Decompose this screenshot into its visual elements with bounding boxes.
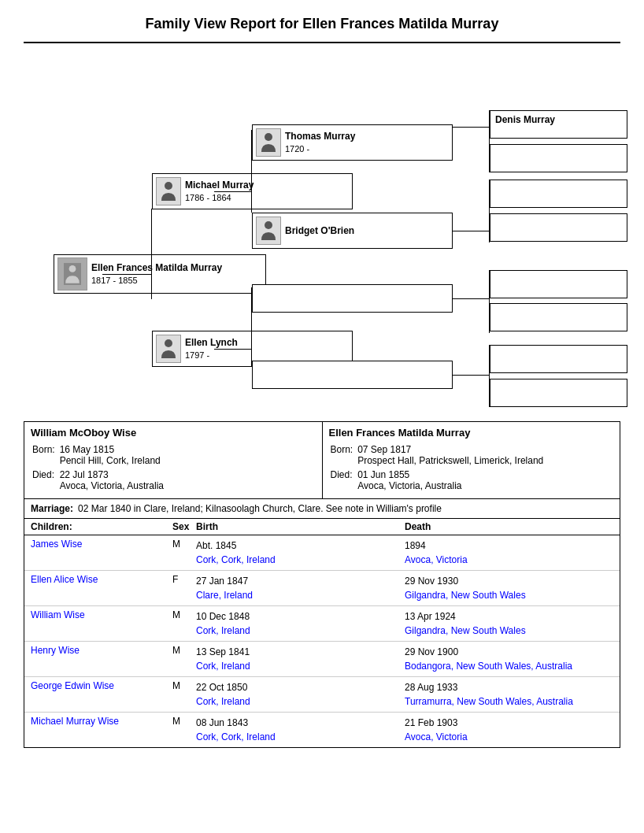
person2-born-label: Born: — [331, 443, 357, 467]
child-birth-5: 08 Jun 1843Cork, Cork, Ireland — [196, 716, 405, 744]
marriage-row: Marriage:02 Mar 1840 in Clare, Ireland; … — [24, 499, 620, 519]
child-death-1: 29 Nov 1930Gilgandra, New South Wales — [405, 574, 613, 602]
empty-box-2 — [490, 180, 627, 208]
person2-died-date: 01 Jun 1855 — [357, 469, 543, 480]
family-tree: Denis Murray Thomas Murray 1720 - Michae… — [24, 51, 620, 413]
empty-box-9 — [490, 379, 627, 407]
child-row-1: Ellen Alice Wise F 27 Jan 1847Clare, Ire… — [24, 571, 620, 606]
children-label: Children: — [31, 521, 172, 532]
person2-born-place: Prospect Hall, Patrickswell, Limerick, I… — [357, 455, 543, 466]
line-michael-v — [251, 130, 252, 213]
person2-died-row: Died: 01 Jun 1855 Avoca, Victoria, Austr… — [331, 468, 547, 492]
child-death-5: 21 Feb 1903Avoca, Victoria — [405, 716, 613, 744]
svg-point-2 — [265, 221, 272, 229]
line-thomas-right-h1 — [453, 127, 490, 128]
empty-box-5 — [490, 270, 627, 298]
line-bridget-right-h — [453, 231, 490, 231]
child-birth-4: 22 Oct 1850Cork, Ireland — [196, 680, 405, 709]
children-header: Children: Sex Birth Death — [24, 519, 620, 535]
line-ellenlynch-v — [251, 287, 252, 366]
child-death-4: 28 Aug 1933Turramurra, New South Wales, … — [405, 680, 613, 709]
line-bridget-right-v — [489, 180, 490, 242]
child-name-2[interactable]: William Wise — [31, 609, 172, 620]
child-name-5[interactable]: Michael Murray Wise — [31, 716, 172, 727]
birth-label: Birth — [196, 521, 405, 532]
child-birth-1: 27 Jan 1847Clare, Ireland — [196, 574, 405, 602]
empty-box-6 — [490, 303, 627, 331]
child-sex-4: M — [172, 680, 196, 691]
marriage-value: 02 Mar 1840 in Clare, Ireland; Kilnasool… — [78, 503, 442, 514]
bridget-avatar — [256, 217, 281, 245]
children-list: James Wise M Abt. 1845Cork, Cork, Irelan… — [24, 535, 620, 747]
marriage-label: Marriage: — [31, 503, 73, 514]
bridget-info: Bridget O'Brien — [285, 224, 354, 238]
person-box-denis[interactable]: Denis Murray — [490, 110, 627, 139]
line-thomas-right-v — [489, 110, 490, 172]
child-sex-1: F — [172, 574, 196, 585]
death-label: Death — [405, 521, 613, 532]
person1-died-row: Died: 22 Jul 1873 Avoca, Victoria, Austr… — [32, 468, 167, 492]
child-name-3[interactable]: Henry Wise — [31, 645, 172, 656]
person2-born-date: 07 Sep 1817 — [357, 444, 543, 455]
details-top: William McOboy Wise Born: 16 May 1815 Pe… — [24, 422, 620, 499]
line-ellenlynch-right-h — [453, 375, 490, 376]
person1-born-label: Born: — [32, 443, 58, 467]
empty-box-1 — [490, 144, 627, 172]
child-death-2: 13 Apr 1924Gilgandra, New South Wales — [405, 609, 613, 638]
details-person2: Ellen Frances Matilda Murray Born: 07 Se… — [323, 422, 620, 498]
details-section: William McOboy Wise Born: 16 May 1815 Pe… — [24, 421, 620, 748]
line-michael-h — [214, 191, 252, 192]
child-row-3: Henry Wise M 13 Sep 1841Cork, Ireland 29… — [24, 642, 620, 677]
child-sex-3: M — [172, 645, 196, 656]
child-sex-2: M — [172, 609, 196, 620]
person2-born-row: Born: 07 Sep 1817 Prospect Hall, Patrick… — [331, 443, 547, 467]
person-box-thomas[interactable]: Thomas Murray 1720 - — [252, 124, 453, 161]
child-row-5: Michael Murray Wise M 08 Jun 1843Cork, C… — [24, 713, 620, 747]
child-row-0: James Wise M Abt. 1845Cork, Cork, Irelan… — [24, 535, 620, 571]
child-birth-0: Abt. 1845Cork, Cork, Ireland — [196, 539, 405, 567]
person-box-ellen-fm[interactable]: Ellen Frances Matilda Murray 1817 - 1855 — [54, 254, 266, 294]
child-death-3: 29 Nov 1900Bodangora, New South Wales, A… — [405, 645, 613, 673]
details-person1: William McOboy Wise Born: 16 May 1815 Pe… — [24, 422, 323, 498]
line-ellenfm-h — [102, 274, 152, 275]
empty-box-7 — [252, 361, 453, 389]
person1-born-row: Born: 16 May 1815 Pencil Hill, Cork, Ire… — [32, 443, 167, 467]
line-ellenfm-v — [151, 209, 152, 299]
line-unknown-right-v — [489, 270, 490, 333]
svg-point-0 — [265, 133, 272, 141]
person1-born-date: 16 May 1815 — [60, 444, 164, 455]
line-ellenlynch-h — [214, 349, 252, 350]
top-divider — [24, 42, 620, 43]
child-birth-3: 13 Sep 1841Cork, Ireland — [196, 645, 405, 673]
person1-born-place: Pencil Hill, Cork, Ireland — [60, 455, 164, 466]
person-box-michael[interactable]: Michael Murray 1786 - 1864 — [152, 173, 353, 209]
child-name-0[interactable]: James Wise — [31, 539, 172, 550]
person1-name[interactable]: William McOboy Wise — [31, 427, 316, 439]
thomas-avatar — [256, 128, 281, 157]
person2-details-table: Born: 07 Sep 1817 Prospect Hall, Patrick… — [329, 442, 549, 494]
empty-box-8 — [490, 345, 627, 373]
person-box-bridget[interactable]: Bridget O'Brien — [252, 213, 453, 249]
child-name-4[interactable]: George Edwin Wise — [31, 680, 172, 691]
line-unknown-right-h — [453, 298, 490, 299]
child-row-2: William Wise M 10 Dec 1848Cork, Ireland … — [24, 606, 620, 642]
ellen-lynch-avatar — [156, 335, 181, 363]
person1-details-table: Born: 16 May 1815 Pencil Hill, Cork, Ire… — [31, 442, 168, 494]
line-ellenlynch-right-v — [489, 345, 490, 407]
thomas-info: Thomas Murray 1720 - — [285, 130, 355, 155]
child-sex-5: M — [172, 716, 196, 727]
page-title: Family View Report for Ellen Frances Mat… — [24, 16, 620, 32]
empty-box-4 — [252, 284, 453, 313]
child-birth-2: 10 Dec 1848Cork, Ireland — [196, 609, 405, 638]
person2-name[interactable]: Ellen Frances Matilda Murray — [329, 427, 614, 439]
person2-died-place: Avoca, Victoria, Australia — [357, 480, 543, 491]
person1-died-date: 22 Jul 1873 — [60, 469, 164, 480]
denis-name: Denis Murray — [495, 114, 555, 125]
michael-avatar — [156, 177, 181, 205]
child-row-4: George Edwin Wise M 22 Oct 1850Cork, Ire… — [24, 677, 620, 713]
person1-died-label: Died: — [32, 468, 58, 492]
child-name-1[interactable]: Ellen Alice Wise — [31, 574, 172, 585]
child-death-0: 1894Avoca, Victoria — [405, 539, 613, 567]
empty-box-3 — [490, 213, 627, 242]
person2-died-label: Died: — [331, 468, 357, 492]
